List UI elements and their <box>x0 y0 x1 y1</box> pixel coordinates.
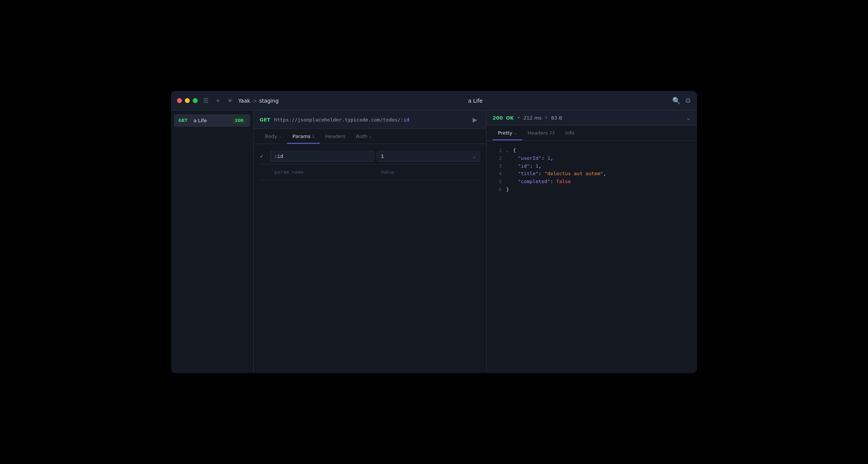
sidebar: GET a Life 200 <box>171 111 254 373</box>
tab-body-label: Body <box>265 133 277 139</box>
line-number: 3 <box>493 162 502 170</box>
titlebar: ☰ + ☀ Yaak > staging a Life 🔍 ⚙ <box>171 91 697 111</box>
url-bar: GET https://jsonplaceholder.typicode.com… <box>254 111 486 129</box>
param-row: ✓ :id 1 ⌄ <box>260 149 480 164</box>
code-line-6: 6 } <box>493 186 691 194</box>
params-count: 1 <box>312 134 315 139</box>
url-display[interactable]: https://jsonplaceholder.typicode.com/tod… <box>274 117 466 123</box>
tab-auth[interactable]: Auth ⌄ <box>351 129 377 144</box>
param-row-empty: param_name Value <box>260 164 480 180</box>
line-number: 4 <box>493 170 502 178</box>
titlebar-actions: 🔍 ⚙ <box>672 97 691 105</box>
workspace-label: staging <box>259 98 279 104</box>
line-content: ⌄ { <box>506 147 691 155</box>
breadcrumb-separator: > <box>253 98 257 104</box>
pretty-chevron-icon: ⌄ <box>514 131 517 135</box>
param-name-placeholder[interactable]: param_name <box>270 167 374 177</box>
request-name: a Life <box>194 118 230 123</box>
tab-params[interactable]: Params 1 <box>287 129 320 144</box>
param-value-chevron-icon: ⌄ <box>472 154 476 159</box>
response-panel: 200 OK • 212 ms • 83 B ⌄ Pretty ⌄ Header… <box>487 111 697 373</box>
collapse-icon[interactable]: ⌄ <box>506 148 509 153</box>
line-number: 2 <box>493 155 502 162</box>
sidebar-item-get-life[interactable]: GET a Life 200 <box>174 114 250 127</box>
titlebar-center: a Life <box>283 98 668 104</box>
response-status-code: 200 <box>493 115 503 121</box>
tab-auth-label: Auth <box>356 133 367 139</box>
tab-pretty[interactable]: Pretty ⌄ <box>493 126 522 140</box>
line-content: "id": 1, <box>506 162 691 170</box>
minimize-button[interactable] <box>185 98 190 103</box>
search-icon[interactable]: 🔍 <box>672 97 680 105</box>
add-request-icon[interactable]: + <box>214 97 222 105</box>
tab-headers-label: Headers <box>325 133 345 139</box>
line-content: "completed": false <box>506 178 691 186</box>
code-line-1: 1 ⌄ { <box>493 147 691 155</box>
json-key: "id" <box>518 163 529 169</box>
json-value: "delectus aut autem" <box>544 171 603 176</box>
line-number: 1 <box>493 147 502 155</box>
cookie-icon[interactable]: ☀ <box>226 97 234 105</box>
breadcrumb: Yaak > staging <box>238 98 279 104</box>
sidebar-toggle-icon[interactable]: ☰ <box>202 97 210 105</box>
json-key: "title" <box>518 171 538 176</box>
tab-response-headers[interactable]: Headers 23 <box>522 126 560 140</box>
app-window: ☰ + ☀ Yaak > staging a Life 🔍 ⚙ GET a Li… <box>171 91 697 373</box>
param-value-text: 1 <box>381 153 384 159</box>
json-key: "userId" <box>518 155 541 161</box>
status-dot-2: • <box>544 114 548 121</box>
colon: : <box>541 155 547 161</box>
line-content: "title": "delectus aut autem", <box>506 170 691 178</box>
response-status-bar: 200 OK • 212 ms • 83 B ⌄ <box>487 111 697 126</box>
json-value: 1 <box>535 163 538 169</box>
url-param: :id <box>401 117 409 123</box>
headers-count: 23 <box>549 130 555 135</box>
main-content: GET a Life 200 GET https://jsonplacehold… <box>171 111 697 373</box>
tab-info[interactable]: Info <box>560 126 580 140</box>
param-value-input[interactable]: 1 ⌄ <box>377 151 481 162</box>
close-brace: } <box>506 187 509 192</box>
close-button[interactable] <box>177 98 182 103</box>
status-dot-1: • <box>517 114 520 121</box>
tab-info-label: Info <box>565 130 575 136</box>
open-brace: { <box>513 147 516 153</box>
code-line-4: 4 "title": "delectus aut autem", <box>493 170 691 178</box>
response-status-text: OK <box>506 115 514 121</box>
response-size: 83 B <box>551 115 563 121</box>
code-line-2: 2 "userId": 1, <box>493 155 691 162</box>
auth-chevron-icon: ⌄ <box>369 134 372 138</box>
url-method-label: GET <box>260 117 270 123</box>
traffic-lights <box>177 98 198 103</box>
tab-response-headers-label: Headers <box>528 130 548 136</box>
code-line-3: 3 "id": 1, <box>493 162 691 170</box>
settings-icon[interactable]: ⚙ <box>685 97 691 105</box>
line-content: "userId": 1, <box>506 155 691 162</box>
line-number: 6 <box>493 186 502 194</box>
expand-icon[interactable]: ⌄ <box>686 114 691 121</box>
code-line-5: 5 "completed": false <box>493 178 691 186</box>
param-checkbox[interactable]: ✓ <box>260 153 267 159</box>
response-tabs: Pretty ⌄ Headers 23 Info <box>487 126 697 141</box>
status-badge: 200 <box>233 117 246 124</box>
param-value-placeholder[interactable]: Value <box>377 167 481 177</box>
app-name-label: Yaak <box>238 98 250 104</box>
page-title: a Life <box>468 98 482 104</box>
param-name-input[interactable]: :id <box>270 151 374 162</box>
json-key: "completed" <box>518 179 550 184</box>
url-base: https://jsonplaceholder.typicode.com/tod… <box>274 117 401 123</box>
tab-headers[interactable]: Headers <box>320 129 351 144</box>
send-button[interactable]: ▶ <box>470 114 480 125</box>
line-content: } <box>506 186 691 194</box>
tab-params-label: Params <box>292 133 310 139</box>
body-chevron-icon: ⌄ <box>279 134 282 138</box>
json-value: false <box>556 179 571 184</box>
maximize-button[interactable] <box>193 98 198 103</box>
line-number: 5 <box>493 178 502 186</box>
tab-pretty-label: Pretty <box>498 130 513 136</box>
request-tabs: Body ⌄ Params 1 Headers Auth ⌄ <box>254 129 486 144</box>
response-time: 212 ms <box>523 115 541 121</box>
request-panel: GET https://jsonplaceholder.typicode.com… <box>254 111 487 373</box>
params-content: ✓ :id 1 ⌄ param_name Value <box>254 144 486 373</box>
tab-body[interactable]: Body ⌄ <box>260 129 287 144</box>
response-body: 1 ⌄ { 2 "userId": 1, 3 "id": 1, <box>487 141 697 373</box>
